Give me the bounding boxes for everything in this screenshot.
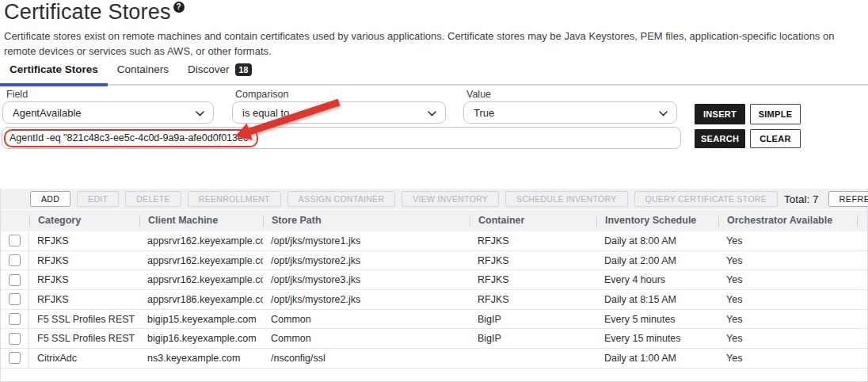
- row-checkbox[interactable]: [9, 352, 21, 364]
- simple-button[interactable]: SIMPLE: [750, 104, 801, 124]
- total-count: Total: 7: [784, 193, 819, 205]
- cell-client-machine: appsrvr162.keyexample.com: [139, 274, 263, 285]
- grid-toolbar-right: Total: 7 REFRESH: [784, 191, 868, 207]
- field-select-value: AgentAvailable: [13, 107, 82, 119]
- certificate-store-grid-panel: ADDEDITDELETEREENROLLMENTASSIGN CONTAINE…: [0, 189, 868, 382]
- row-checkbox-cell: [1, 310, 29, 329]
- row-checkbox-cell: [1, 349, 29, 368]
- chevron-down-icon: [196, 107, 204, 119]
- tab-certificate-stores[interactable]: Certificate Stores: [0, 59, 108, 84]
- toolbar-button-query-certificate-store: QUERY CERTIFICATE STORE: [634, 191, 779, 207]
- row-checkbox[interactable]: [9, 313, 21, 325]
- cell-category: CitrixAdc: [29, 353, 139, 364]
- row-checkbox[interactable]: [9, 293, 21, 305]
- tab-label: Containers: [117, 63, 169, 75]
- cell-inventory-schedule: Daily at 1:00 AM: [596, 353, 718, 364]
- page-description: Certificate stores exist on remote machi…: [0, 25, 868, 59]
- value-label: Value: [466, 89, 491, 100]
- cell-inventory-schedule: Every 5 minutes: [596, 314, 718, 325]
- tab-bar: Certificate Stores Containers Discover18: [0, 59, 868, 86]
- row-checkbox[interactable]: [9, 274, 21, 286]
- cell-inventory-schedule: Every 15 minutes: [596, 333, 718, 344]
- cell-orchestrator-available: Yes: [718, 294, 857, 305]
- toolbar-button-add[interactable]: ADD: [30, 191, 70, 207]
- toolbar-button-reenrollment: REENROLLMENT: [188, 191, 281, 207]
- page-header: Certificate Stores? Certificate stores e…: [0, 0, 868, 59]
- cell-container: RFJKS: [470, 274, 596, 285]
- cell-store-path: /opt/jks/mystore1.jks: [263, 235, 470, 246]
- page-title-text: Certificate Stores: [4, 0, 171, 24]
- value-select-value: True: [474, 107, 494, 119]
- row-checkbox-cell: [1, 270, 29, 289]
- cell-store-path: /opt/jks/mystore2.jks: [263, 255, 470, 266]
- comparison-select-value: is equal to: [242, 107, 289, 119]
- cell-client-machine: appsrvr162.keyexample.com: [139, 235, 263, 246]
- cell-category: F5 SSL Profiles REST: [29, 314, 139, 325]
- cell-orchestrator-available: Yes: [718, 314, 857, 325]
- clear-button[interactable]: CLEAR: [750, 129, 801, 148]
- cell-client-machine: appsrvr162.keyexample.com: [139, 255, 263, 266]
- cell-store-path: /opt/jks/mystore2.jks: [263, 294, 470, 305]
- cell-container: RFJKS: [470, 294, 596, 305]
- value-select[interactable]: True: [463, 101, 677, 124]
- insert-button[interactable]: INSERT: [695, 104, 745, 124]
- column-header-client-machine[interactable]: Client Machine: [139, 215, 263, 227]
- page-title: Certificate Stores?: [0, 0, 868, 25]
- query-text: AgentId -eq "821c48c3-ee5c-4c0d-9a9a-afe…: [10, 132, 252, 143]
- row-checkbox[interactable]: [9, 254, 21, 266]
- tab-containers[interactable]: Containers: [108, 59, 178, 84]
- row-checkbox[interactable]: [9, 333, 21, 345]
- column-header-inventory-schedule[interactable]: Inventory Schedule: [596, 215, 718, 227]
- cell-orchestrator-available: Yes: [718, 255, 857, 266]
- cell-inventory-schedule: Daily at 8:15 AM: [596, 294, 718, 305]
- column-header-orchestrator-available[interactable]: Orchestrator Available: [718, 215, 857, 227]
- header-spacer: [857, 215, 867, 227]
- help-icon[interactable]: ?: [173, 2, 185, 13]
- column-header-category[interactable]: Category: [29, 215, 139, 227]
- cell-orchestrator-available: Yes: [718, 235, 857, 246]
- table-row: RFJKS appsrvr162.keyexample.com /opt/jks…: [1, 231, 867, 251]
- row-checkbox[interactable]: [9, 235, 21, 246]
- red-box-annotation: AgentId -eq "821c48c3-ee5c-4c0d-9a9a-afe…: [4, 129, 258, 147]
- query-builder: Field Comparison Value AgentAvailable is…: [0, 82, 868, 189]
- cell-client-machine: bigip16.keyexample.com: [139, 333, 263, 344]
- tab-discover[interactable]: Discover18: [178, 59, 261, 84]
- table-row: CitrixAdc ns3.keyexample.com /nsconfig/s…: [1, 349, 867, 369]
- column-header-store-path[interactable]: Store Path: [263, 215, 470, 227]
- tab-label: Certificate Stores: [10, 63, 98, 75]
- cell-category: RFJKS: [29, 294, 139, 305]
- select-all-column-header: [1, 215, 29, 227]
- refresh-button[interactable]: REFRESH: [828, 191, 868, 207]
- cell-store-path: Common: [263, 314, 470, 325]
- table-row: RFJKS appsrvr162.keyexample.com /opt/jks…: [1, 270, 867, 290]
- cell-category: RFJKS: [29, 255, 139, 266]
- grid-toolbar-buttons: ADDEDITDELETEREENROLLMENTASSIGN CONTAINE…: [30, 191, 784, 207]
- field-select[interactable]: AgentAvailable: [2, 101, 214, 124]
- column-header-container[interactable]: Container: [470, 215, 596, 227]
- comparison-label: Comparison: [235, 89, 288, 100]
- cell-client-machine: bigip15.keyexample.com: [139, 314, 263, 325]
- toolbar-button-view-inventory: VIEW INVENTORY: [402, 191, 499, 207]
- search-button[interactable]: SEARCH: [695, 129, 745, 148]
- table-row: F5 SSL Profiles REST bigip16.keyexample.…: [1, 329, 867, 349]
- cell-container: BigIP: [470, 314, 596, 325]
- grid-body: RFJKS appsrvr162.keyexample.com /opt/jks…: [1, 231, 867, 369]
- query-input[interactable]: AgentId -eq "821c48c3-ee5c-4c0d-9a9a-afe…: [2, 127, 681, 149]
- row-checkbox-cell: [1, 251, 29, 270]
- field-label: Field: [6, 89, 28, 100]
- cell-container: RFJKS: [470, 235, 596, 246]
- cell-category: RFJKS: [29, 274, 139, 285]
- chevron-down-icon: [659, 107, 668, 119]
- certificate-stores-page: Certificate Stores? Certificate stores e…: [0, 0, 868, 382]
- table-row: F5 SSL Profiles REST bigip15.keyexample.…: [1, 310, 867, 330]
- tab-label: Discover: [188, 63, 230, 75]
- row-checkbox-cell: [1, 290, 29, 309]
- cell-category: F5 SSL Profiles REST: [29, 333, 139, 344]
- cell-inventory-schedule: Daily at 8:00 AM: [596, 235, 718, 246]
- cell-orchestrator-available: Yes: [718, 353, 857, 364]
- comparison-select[interactable]: is equal to: [232, 101, 446, 124]
- cell-container: RFJKS: [470, 255, 596, 266]
- cell-client-machine: appsrvr186.keyexample.com: [139, 294, 263, 305]
- table-row: RFJKS appsrvr186.keyexample.com /opt/jks…: [1, 290, 867, 310]
- cell-orchestrator-available: Yes: [718, 333, 857, 344]
